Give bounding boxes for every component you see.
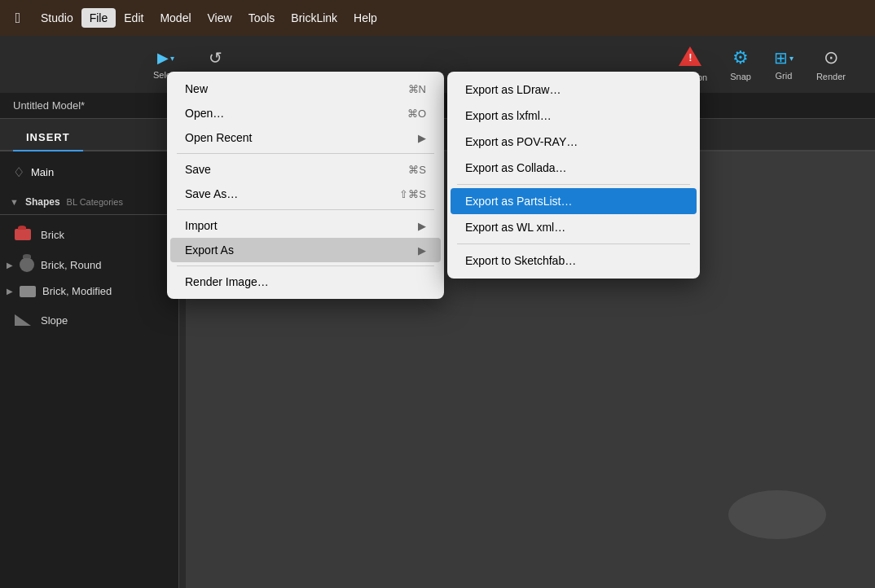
grid-dropdown-icon: ▾ [789,54,794,63]
menu-item-render-image[interactable]: Render Image… [170,270,441,294]
menu-item-save[interactable]: Save ⌘S [170,157,441,182]
menubar-view[interactable]: View [200,8,240,28]
expand-arrow-modified-icon: ▶ [7,287,13,296]
menubar-model[interactable]: Model [152,8,199,28]
menu-save-shortcut: ⌘S [408,164,426,176]
sidebar-divider [0,214,178,215]
submenu-separator-2 [457,244,690,244]
main-icon: ♢ [13,165,24,180]
menubar-help[interactable]: Help [345,8,385,28]
export-wl-xml-label: Export as WL xml… [465,221,565,234]
render-label: Render [816,72,846,81]
menu-separator-1 [177,153,434,154]
slope-icon [13,310,33,330]
snap-button[interactable]: ⚙ Snap [730,47,751,81]
menu-item-open-recent[interactable]: Open Recent ▶ [170,125,441,150]
submenu-separator-1 [457,184,690,185]
menu-new-label: New [185,82,208,95]
menu-save-label: Save [185,163,211,176]
menu-item-new[interactable]: New ⌘N [170,77,441,101]
menu-open-label: Open… [185,107,224,120]
sidebar-item-brick-modified[interactable]: ▶ Brick, Modified [0,279,178,304]
brick-icon [13,225,33,244]
menu-new-shortcut: ⌘N [408,83,426,95]
grid-label: Grid [776,71,793,81]
bl-categories-label: BL Categories [67,197,123,207]
export-lxfml-label: Export as lxfml… [465,109,552,122]
open-recent-arrow-icon: ▶ [418,132,426,144]
submenu-item-wl-xml[interactable]: Export as WL xml… [451,214,697,240]
menu-item-open[interactable]: Open… ⌘O [170,101,441,125]
menubar-studio[interactable]: Studio [33,8,81,28]
menu-export-as-label: Export As [185,244,234,257]
submenu-item-povray[interactable]: Export as POV-RAY… [451,129,697,155]
brick-round-icon [20,257,34,272]
menu-save-as-shortcut: ⇧⌘S [399,188,426,200]
menu-item-export-as[interactable]: Export As ▶ [170,238,441,262]
menubar-edit[interactable]: Edit [116,8,152,28]
export-povray-label: Export as POV-RAY… [465,135,578,148]
tab-insert[interactable]: INSERT [13,125,83,151]
submenu-item-collada[interactable]: Export as Collada… [451,155,697,181]
submenu-item-lxfml[interactable]: Export as lxfml… [451,103,697,129]
import-arrow-icon: ▶ [418,220,426,232]
menu-render-image-label: Render Image… [185,275,269,288]
submenu-item-sketchfab[interactable]: Export to Sketchfab… [451,248,697,274]
submenu-item-ldraw[interactable]: Export as LDraw… [451,77,697,103]
menubar:  Studio File Edit Model View Tools Bric… [0,0,875,36]
brick-round-label: Brick, Round [41,259,101,271]
apple-menu-icon[interactable]:  [7,7,29,29]
canvas-ellipse [728,490,826,539]
submenu-item-partslist[interactable]: Export as PartsList… [451,188,697,214]
brick-modified-label: Brick, Modified [42,285,112,297]
shapes-section-title: Shapes [25,196,60,208]
file-menu-dropdown: New ⌘N Open… ⌘O Open Recent ▶ Save ⌘S Sa… [167,72,444,299]
hinge-icon: ↺ [209,48,222,68]
menu-open-shortcut: ⌘O [407,108,426,120]
slope-label: Slope [41,314,68,327]
export-sketchfab-label: Export to Sketchfab… [465,254,576,267]
menubar-bricklink[interactable]: BrickLink [283,8,345,28]
sidebar-item-slope[interactable]: Slope [0,304,178,336]
snap-icon: ⚙ [732,47,749,68]
model-name: Untitled Model* [13,99,85,112]
export-submenu: Export as LDraw… Export as lxfml… Export… [447,72,700,279]
menubar-file[interactable]: File [81,8,117,28]
render-icon: ⊙ [824,47,838,68]
sidebar-item-brick-round[interactable]: ▶ Brick, Round [0,251,178,279]
menu-open-recent-label: Open Recent [185,131,253,144]
render-button[interactable]: ⊙ Render [816,47,846,81]
menu-save-as-label: Save As… [185,187,238,200]
menu-separator-3 [177,265,434,266]
collision-icon: ! [679,46,701,69]
snap-label: Snap [730,72,751,81]
menu-import-label: Import [185,219,218,232]
export-as-arrow-icon: ▶ [418,244,426,257]
expand-arrow-icon: ▶ [7,261,13,270]
menu-item-import[interactable]: Import ▶ [170,213,441,238]
collapse-arrow[interactable]: ▼ [10,197,19,207]
sidebar-section-header: ▼ Shapes BL Categories [0,193,178,211]
brick-modified-icon [20,286,36,297]
select-icon: ▶ [157,49,169,67]
menubar-tools[interactable]: Tools [240,8,284,28]
brick-label: Brick [41,229,64,241]
select-dropdown-icon[interactable]: ▾ [170,54,174,63]
export-partslist-label: Export as PartsList… [465,195,573,208]
grid-icon: ⊞ [774,48,788,68]
export-ldraw-label: Export as LDraw… [465,83,561,96]
main-label: Main [31,166,54,178]
menu-item-save-as[interactable]: Save As… ⇧⌘S [170,182,441,206]
sidebar-item-brick[interactable]: Brick [0,218,178,251]
grid-button[interactable]: ⊞ ▾ Grid [774,48,794,81]
main-button[interactable]: ♢ Main [0,158,178,186]
menu-separator-2 [177,209,434,210]
export-collada-label: Export as Collada… [465,161,567,174]
sidebar: ♢ Main ▼ Shapes BL Categories Brick ▶ [0,151,179,588]
